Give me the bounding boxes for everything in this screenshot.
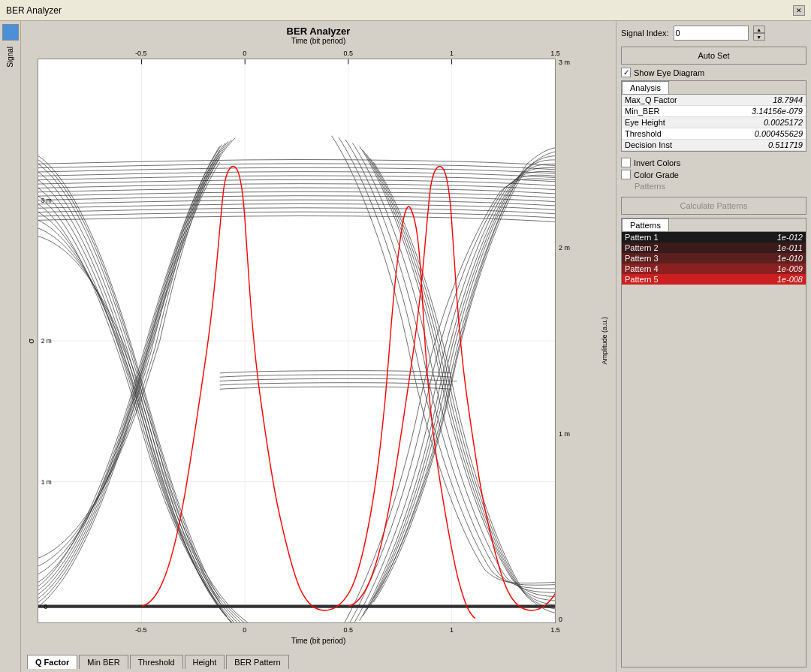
patterns-label: Patterns bbox=[635, 182, 665, 191]
pattern-value: 1e-008 bbox=[724, 274, 806, 285]
signal-index-row: Signal Index: ▲ ▼ bbox=[621, 26, 806, 41]
analysis-label: Threshold bbox=[622, 128, 715, 140]
signal-panel: Signal bbox=[0, 21, 21, 672]
spin-down-button[interactable]: ▼ bbox=[753, 33, 765, 41]
svg-text:0.5: 0.5 bbox=[343, 626, 353, 634]
invert-colors-row: Invert Colors bbox=[621, 158, 806, 167]
window-title: BER Analyzer bbox=[6, 5, 62, 16]
svg-text:0.5: 0.5 bbox=[343, 50, 353, 57]
chart-title: BER Analyzer bbox=[24, 26, 613, 37]
analysis-value: 0.000455629 bbox=[715, 128, 806, 140]
auto-set-button[interactable]: Auto Set bbox=[621, 47, 806, 65]
analysis-value: 0.511719 bbox=[715, 140, 806, 151]
pattern-label: Pattern 2 bbox=[622, 243, 724, 253]
bottom-tabs: Q FactorMin BERThresholdHeightBER Patter… bbox=[24, 646, 613, 669]
show-eye-checkbox[interactable]: ✓ bbox=[621, 68, 631, 77]
analysis-table: Max_Q Factor18.7944Min_BER3.14156e-079Ey… bbox=[622, 95, 806, 151]
analysis-row: Decision Inst0.511719 bbox=[622, 140, 806, 151]
color-grade-row: Color Grade bbox=[621, 170, 806, 179]
patterns-tab[interactable]: Patterns bbox=[622, 218, 669, 231]
analysis-row: Max_Q Factor18.7944 bbox=[622, 95, 806, 106]
patterns-tab-bar: Patterns bbox=[622, 218, 806, 232]
analysis-label: Eye Height bbox=[622, 117, 715, 128]
analysis-row: Eye Height0.0025172 bbox=[622, 117, 806, 128]
analysis-label: Max_Q Factor bbox=[622, 95, 715, 106]
svg-text:1: 1 bbox=[450, 50, 454, 57]
bottom-tab-ber-pattern[interactable]: BER Pattern bbox=[226, 655, 288, 669]
pattern-row: Pattern 21e-011 bbox=[622, 243, 806, 253]
analysis-tab[interactable]: Analysis bbox=[622, 81, 669, 94]
color-grade-label: Color Grade bbox=[634, 170, 679, 179]
analysis-row: Threshold0.000455629 bbox=[622, 128, 806, 140]
sigma-label: σ bbox=[24, 59, 38, 623]
tabs-container: Q FactorMin BERThresholdHeightBER Patter… bbox=[27, 655, 291, 669]
analysis-label: Min_BER bbox=[622, 106, 715, 117]
pattern-label: Pattern 5 bbox=[622, 274, 724, 285]
pattern-row: Pattern 41e-009 bbox=[622, 264, 806, 274]
pattern-label: Pattern 1 bbox=[622, 232, 724, 243]
analysis-value: 18.7944 bbox=[715, 95, 806, 106]
y-tick-1m: 1 m bbox=[559, 430, 598, 438]
checkboxes-section: Invert Colors Color Grade Patterns bbox=[621, 155, 806, 194]
show-eye-row: ✓ Show Eye Diagram bbox=[621, 68, 806, 77]
patterns-row: Patterns bbox=[621, 182, 806, 191]
close-button[interactable]: ✕ bbox=[793, 5, 805, 16]
x-axis-top-svg: -0.5 0 0.5 1 1.5 bbox=[38, 47, 613, 59]
svg-text:1 m: 1 m bbox=[41, 478, 52, 486]
bottom-tab-height[interactable]: Height bbox=[185, 655, 225, 669]
analysis-value: 3.14156e-079 bbox=[715, 106, 806, 117]
chart-wrapper: σ bbox=[24, 59, 613, 623]
sigma-text: σ bbox=[26, 339, 35, 344]
svg-text:2 m: 2 m bbox=[41, 337, 52, 345]
y-tick-2m: 2 m bbox=[559, 244, 598, 252]
chart-title-area: BER Analyzer Time (bit period) bbox=[24, 24, 613, 47]
svg-text:0: 0 bbox=[243, 626, 246, 634]
svg-text:1.5: 1.5 bbox=[550, 50, 560, 57]
svg-text:1.5: 1.5 bbox=[550, 626, 560, 634]
x-axis-top: -0.5 0 0.5 1 1.5 bbox=[24, 47, 613, 59]
title-bar: BER Analyzer ✕ bbox=[0, 0, 811, 21]
signal-index-input[interactable] bbox=[674, 26, 749, 41]
invert-colors-checkbox[interactable] bbox=[621, 158, 631, 167]
svg-text:0: 0 bbox=[243, 50, 246, 57]
pattern-label: Pattern 3 bbox=[622, 253, 724, 264]
bottom-tab-min-ber[interactable]: Min BER bbox=[79, 655, 128, 669]
y-axis-right: 3 m 2 m 1 m 0 bbox=[556, 59, 601, 623]
signal-icon bbox=[2, 24, 19, 41]
spin-up-button[interactable]: ▲ bbox=[753, 26, 765, 33]
signal-label: Signal bbox=[6, 47, 14, 68]
y-axis-label-text: Amplitude (a.u.) bbox=[601, 317, 608, 365]
chart-svg: 3 m 2 m 1 m 0 bbox=[38, 59, 555, 622]
x-axis-bottom: -0.5 0 0.5 1 1.5 bbox=[24, 623, 613, 635]
pattern-value: 1e-010 bbox=[724, 253, 806, 264]
x-axis-label: Time (bit period) bbox=[24, 635, 613, 646]
chart-area[interactable]: 3 m 2 m 1 m 0 bbox=[38, 59, 556, 623]
invert-colors-label: Invert Colors bbox=[634, 158, 680, 167]
analysis-value: 0.0025172 bbox=[715, 117, 806, 128]
svg-text:-0.5: -0.5 bbox=[135, 626, 147, 634]
analysis-tab-bar: Analysis bbox=[622, 81, 806, 95]
pattern-value: 1e-011 bbox=[724, 243, 806, 253]
y-axis-label-container: Amplitude (a.u.) bbox=[601, 59, 613, 623]
bottom-tab-q-factor[interactable]: Q Factor bbox=[27, 655, 77, 669]
x-axis-bottom-svg: -0.5 0 0.5 1 1.5 bbox=[38, 623, 613, 635]
right-panel: Signal Index: ▲ ▼ Auto Set ✓ Show Eye Di… bbox=[616, 21, 811, 672]
pattern-label: Pattern 4 bbox=[622, 264, 724, 274]
chart-container: BER Analyzer Time (bit period) -0.5 0 0.… bbox=[21, 21, 616, 672]
svg-text:1: 1 bbox=[450, 626, 454, 634]
pattern-row: Pattern 51e-008 bbox=[622, 274, 806, 285]
show-eye-label: Show Eye Diagram bbox=[634, 68, 704, 77]
svg-text:-0.5: -0.5 bbox=[135, 50, 147, 57]
signal-index-spinners: ▲ ▼ bbox=[753, 26, 765, 41]
y-tick-0: 0 bbox=[559, 616, 598, 623]
bottom-tab-threshold[interactable]: Threshold bbox=[130, 655, 183, 669]
calculate-patterns-button[interactable]: Calculate Patterns bbox=[621, 197, 806, 215]
color-grade-checkbox[interactable] bbox=[621, 170, 631, 179]
signal-index-label: Signal Index: bbox=[621, 29, 669, 38]
chart-subtitle: Time (bit period) bbox=[24, 37, 613, 45]
analysis-panel: Analysis Max_Q Factor18.7944Min_BER3.141… bbox=[621, 80, 806, 152]
pattern-row: Pattern 31e-010 bbox=[622, 253, 806, 264]
analysis-label: Decision Inst bbox=[622, 140, 715, 151]
patterns-panel: Patterns Pattern 11e-012Pattern 21e-011P… bbox=[621, 218, 806, 667]
y-tick-3m: 3 m bbox=[559, 59, 598, 66]
